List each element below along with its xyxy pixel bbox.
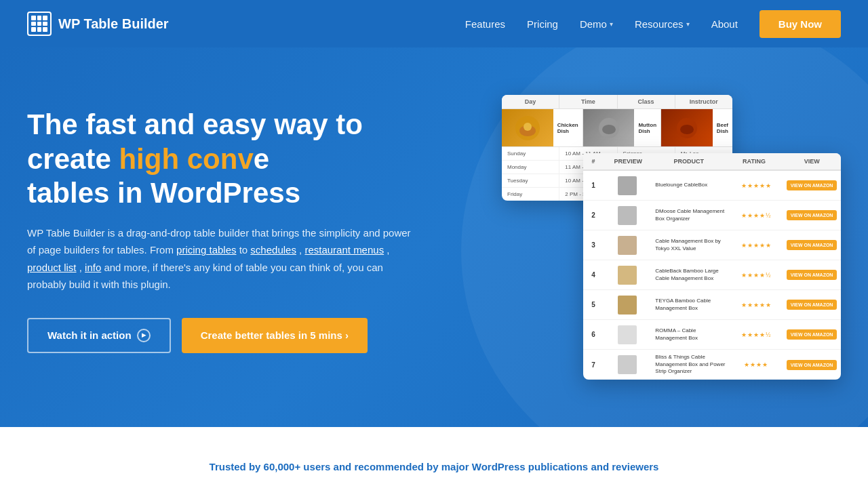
table-row: 2 DМoose Cable Management Box Organizer … — [583, 201, 841, 230]
watch-button-label: Watch it in action — [47, 329, 132, 341]
nav-resources[interactable]: Resources ▾ — [635, 18, 690, 30]
mutton-image — [583, 109, 635, 146]
logo-icon — [27, 12, 52, 36]
logo-text: WP Table Builder — [58, 16, 169, 32]
watch-action-button[interactable]: Watch it in action ▶ — [27, 318, 171, 353]
trusted-section: Trusted by 60,000+ users and recommended… — [0, 427, 868, 486]
svg-point-2 — [524, 123, 532, 131]
hero-content: The fast and easy way to create high con… — [27, 108, 420, 352]
svg-point-4 — [602, 125, 616, 134]
table-row: 6 ROMMA – Cable Management Box ★★★★½ VIE… — [583, 320, 841, 350]
link-restaurant-menus[interactable]: restaurant menus — [304, 244, 384, 256]
product-table-mockup: # PREVIEW PRODUCT RATING VIEW 1 Blueloun… — [583, 153, 841, 380]
link-pricing-tables[interactable]: pricing tables — [176, 244, 236, 256]
create-tables-button[interactable]: Create better tables in 5 mins › — [182, 318, 368, 353]
food-row: Chicken Dish Mutton Dish Beef Dish — [502, 109, 732, 147]
logo[interactable]: WP Table Builder — [27, 12, 169, 36]
hero-title-line4: tables in WordPress — [27, 177, 300, 209]
beef-image — [661, 109, 713, 146]
table-row: 3 Cable Management Box by Tokyo XXL Valu… — [583, 230, 841, 260]
nav-features[interactable]: Features — [465, 18, 505, 30]
buy-now-button[interactable]: Buy Now — [760, 10, 841, 38]
chevron-down-icon: ▾ — [610, 20, 613, 28]
hero-title-highlight: high conv — [119, 143, 253, 175]
nav-about[interactable]: About — [711, 18, 738, 30]
table-mockup-wrapper: Day Time Class Instructor Chicken Dish — [502, 95, 841, 380]
link-product-list[interactable]: product list — [27, 262, 77, 273]
nav-demo[interactable]: Demo ▾ — [580, 18, 613, 30]
hero-title-line1: The fast and easy way to — [27, 108, 363, 140]
navbar: WP Table Builder Features Pricing Demo ▾… — [0, 0, 868, 47]
link-info[interactable]: info — [85, 262, 101, 273]
table-row: 7 Bliss & Things Cable Management Box an… — [583, 350, 841, 380]
table-row: 1 Bluelounge CableBox ★★★★★ VIEW ON AMAZ… — [583, 171, 841, 201]
svg-point-6 — [680, 125, 694, 134]
hero-section: The fast and easy way to create high con… — [0, 47, 868, 427]
hero-title-e: e — [254, 143, 269, 175]
nav-menu: Features Pricing Demo ▾ Resources ▾ Abou… — [465, 10, 841, 38]
hero-title: The fast and easy way to create high con… — [27, 108, 420, 210]
table-row: 5 TEYGA Bamboo Cable Management Box ★★★★… — [583, 290, 841, 320]
hero-title-line2: create — [27, 143, 119, 175]
hero-buttons: Watch it in action ▶ Create better table… — [27, 318, 420, 353]
product-table-header: # PREVIEW PRODUCT RATING VIEW — [583, 153, 841, 171]
hero-description: WP Table Builder is a drag-and-drop tabl… — [27, 224, 420, 293]
chevron-down-icon: ▾ — [686, 20, 690, 28]
trusted-text: Trusted by 60,000+ users and recommended… — [27, 461, 841, 472]
chicken-image — [502, 109, 553, 146]
create-button-label: Create better tables in 5 mins › — [201, 329, 349, 341]
link-schedules[interactable]: schedules — [250, 244, 296, 256]
nav-pricing[interactable]: Pricing — [527, 18, 558, 30]
table-row: 4 CableBack Bamboo Large Cable Managemen… — [583, 260, 841, 290]
schedule-header: Day Time Class Instructor — [502, 95, 732, 109]
hero-image: Day Time Class Instructor Chicken Dish — [502, 95, 841, 380]
play-icon: ▶ — [137, 329, 151, 342]
